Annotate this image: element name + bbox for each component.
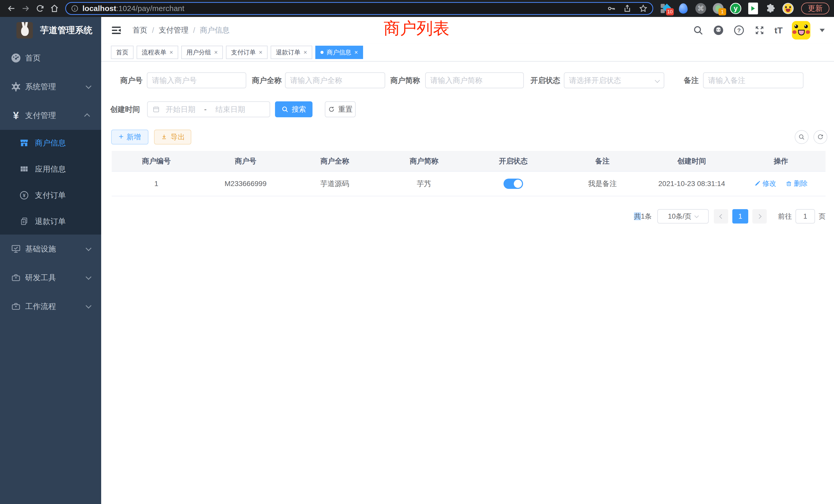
github-icon[interactable] bbox=[713, 25, 724, 36]
merchant-no-input[interactable] bbox=[152, 76, 241, 85]
y-extension-icon[interactable]: y bbox=[730, 3, 742, 14]
goto-page-input[interactable] bbox=[795, 209, 815, 224]
remark-input[interactable] bbox=[708, 76, 798, 85]
pay-submenu: 商户信息 应用信息 ¥ 支付订单 退款订单 bbox=[0, 130, 101, 234]
tab-home[interactable]: 首页 bbox=[111, 46, 133, 59]
calendar-icon bbox=[152, 106, 160, 113]
close-icon[interactable] bbox=[214, 49, 218, 55]
date-end-input[interactable] bbox=[210, 105, 251, 114]
close-icon[interactable] bbox=[304, 49, 307, 55]
document-icon bbox=[19, 217, 29, 226]
breadcrumb-current: 商户信息 bbox=[200, 25, 229, 36]
address-bar[interactable]: localhost:1024/pay/merchant bbox=[65, 2, 653, 15]
sidebar-item-dev-tools[interactable]: 研发工具 bbox=[0, 263, 101, 292]
edit-link[interactable]: 修改 bbox=[754, 179, 776, 188]
status-select-input[interactable] bbox=[569, 76, 654, 85]
full-name-input[interactable] bbox=[290, 76, 380, 85]
remark-field[interactable] bbox=[703, 72, 804, 88]
export-button[interactable]: 导出 bbox=[154, 130, 191, 144]
close-icon[interactable] bbox=[259, 49, 262, 55]
browser-update-button[interactable]: 更新 bbox=[801, 3, 829, 14]
reload-icon[interactable] bbox=[33, 1, 47, 16]
user-avatar[interactable] bbox=[792, 21, 810, 40]
short-name-field[interactable] bbox=[425, 72, 524, 88]
status-toggle[interactable] bbox=[504, 179, 523, 189]
bookmark-star-icon[interactable] bbox=[639, 4, 648, 13]
site-info-icon[interactable] bbox=[71, 4, 79, 13]
search-icon[interactable] bbox=[693, 25, 704, 36]
date-start-input[interactable] bbox=[160, 105, 201, 114]
reset-button[interactable]: 重置 bbox=[325, 101, 356, 117]
col-remark: 备注 bbox=[558, 151, 647, 171]
back-icon[interactable] bbox=[4, 1, 19, 16]
page-content: 商户号 商户全称 商户简称 开启状态 备注 创建时间 bbox=[101, 62, 834, 504]
tab-refund-order[interactable]: 退款订单 bbox=[271, 46, 312, 59]
sidebar-item-merchant-info[interactable]: 商户信息 bbox=[0, 130, 101, 156]
breadcrumb-pay[interactable]: 支付管理 bbox=[159, 25, 189, 36]
search-button[interactable]: 搜索 bbox=[275, 101, 312, 117]
show-search-toggle-icon[interactable] bbox=[795, 130, 809, 144]
sidebar-item-label: 支付订单 bbox=[35, 190, 66, 201]
short-name-input[interactable] bbox=[430, 76, 519, 85]
page-size-select[interactable]: 10条/页 bbox=[657, 209, 709, 224]
current-page-button[interactable]: 1 bbox=[732, 209, 748, 224]
close-icon[interactable] bbox=[354, 49, 358, 55]
browser-toolbar: localhost:1024/pay/merchant 10 ⌘ 1 y bbox=[0, 0, 834, 17]
sidebar-item-pay[interactable]: ¥ 支付管理 bbox=[0, 101, 101, 130]
prev-page-button[interactable] bbox=[714, 209, 728, 224]
next-page-button[interactable] bbox=[752, 209, 767, 224]
sidebar-item-infra[interactable]: 基础设施 bbox=[0, 234, 101, 263]
sidebar-item-system[interactable]: 系统管理 bbox=[0, 72, 101, 101]
password-key-icon[interactable] bbox=[607, 4, 616, 13]
date-range-picker[interactable]: - bbox=[147, 101, 270, 117]
sidebar-item-workflow[interactable]: 工作流程 bbox=[0, 292, 101, 321]
tab-pay-order[interactable]: 支付订单 bbox=[226, 46, 267, 59]
tab-merchant-info[interactable]: 商户信息 bbox=[315, 46, 363, 59]
app-logo bbox=[17, 22, 33, 39]
sidebar-item-pay-order[interactable]: ¥ 支付订单 bbox=[0, 182, 101, 208]
remark-label: 备注 bbox=[672, 72, 699, 88]
page-annotation: 商户列表 bbox=[383, 19, 449, 38]
delete-link[interactable]: 删除 bbox=[786, 179, 808, 188]
col-short-name: 商户简称 bbox=[379, 151, 469, 171]
proxy-extension-icon[interactable]: 1 bbox=[712, 3, 724, 14]
help-icon[interactable]: ? bbox=[733, 25, 745, 36]
cell-remark: 我是备注 bbox=[558, 171, 647, 196]
merchant-no-field[interactable] bbox=[147, 72, 246, 88]
sidebar-item-app-info[interactable]: 应用信息 bbox=[0, 156, 101, 182]
sidebar-collapse-icon[interactable] bbox=[110, 24, 122, 36]
add-button[interactable]: 新增 bbox=[111, 130, 148, 144]
fullscreen-icon[interactable] bbox=[754, 25, 765, 36]
status-select[interactable] bbox=[564, 72, 664, 88]
sidebar-item-refund-order[interactable]: 退款订单 bbox=[0, 208, 101, 234]
close-icon[interactable] bbox=[170, 49, 173, 55]
puzzle-extensions-icon[interactable] bbox=[765, 3, 776, 14]
svg-text:?: ? bbox=[737, 27, 741, 33]
sidebar-item-label: 应用信息 bbox=[35, 164, 66, 175]
table-row: 1 M233666999 芋道源码 芋艿 我是备注 2021-10-23 08:… bbox=[112, 171, 826, 196]
smiley-profile-icon[interactable] bbox=[782, 3, 794, 14]
full-name-field[interactable] bbox=[285, 72, 385, 88]
tab-user-group[interactable]: 用户分组 bbox=[181, 46, 223, 59]
home-icon[interactable] bbox=[47, 1, 62, 16]
briefcase-icon bbox=[10, 301, 22, 312]
sidebar-item-label: 支付管理 bbox=[25, 110, 56, 121]
tab-process-form[interactable]: 流程表单 bbox=[137, 46, 178, 59]
share-icon[interactable] bbox=[623, 4, 632, 13]
flag-extension-icon[interactable] bbox=[747, 3, 759, 14]
refresh-table-icon[interactable] bbox=[813, 130, 827, 144]
cell-short-name: 芋艿 bbox=[379, 171, 469, 196]
sidebar-item-home[interactable]: 首页 bbox=[0, 44, 101, 72]
balloon-extension-icon[interactable] bbox=[677, 3, 689, 14]
forward-icon[interactable] bbox=[19, 1, 33, 16]
breadcrumb-home[interactable]: 首页 bbox=[132, 25, 147, 36]
app-title: 芋道管理系统 bbox=[40, 24, 92, 36]
sidebar-item-label: 基础设施 bbox=[25, 244, 56, 254]
page-unit-label: 页 bbox=[818, 212, 826, 221]
command-extension-icon[interactable]: ⌘ bbox=[695, 3, 707, 14]
extensions-area: 10 ⌘ 1 y bbox=[660, 3, 794, 14]
chevron-down-icon bbox=[655, 78, 660, 83]
font-size-icon[interactable] bbox=[774, 25, 783, 36]
devtools-extension-icon[interactable]: 10 bbox=[660, 3, 672, 14]
user-menu-caret-icon[interactable] bbox=[820, 29, 825, 32]
